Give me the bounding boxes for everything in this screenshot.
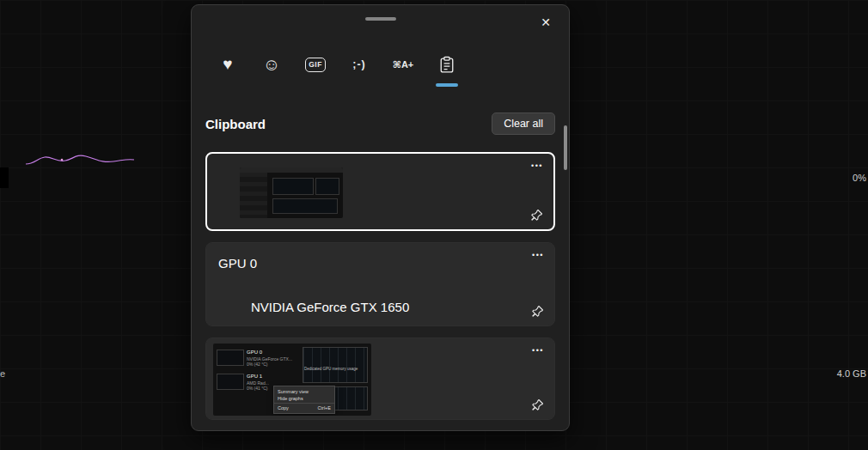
thumb-memory-graph xyxy=(303,347,368,383)
thumb-mini-chart xyxy=(217,350,244,366)
smiley-icon: ☺ xyxy=(263,55,280,75)
tab-symbols[interactable]: ⌘A+ xyxy=(386,47,420,82)
clipboard-items-list: ••• GPU 0 NVIDIA GeForce GTX 1650 ••• xyxy=(205,152,555,420)
tab-kaomoji[interactable]: ;-) xyxy=(342,47,376,82)
thumb-gpu1-text: GPU 1 AMD Rad... 0% (41 °C) xyxy=(247,374,269,392)
close-button[interactable]: ✕ xyxy=(533,10,559,34)
gpu-usage-sparkline xyxy=(24,151,136,167)
kaomoji-icon: ;-) xyxy=(352,58,366,70)
thumb-chart-box xyxy=(315,178,339,195)
thumb-sidebar xyxy=(240,173,267,218)
tab-favorites[interactable]: ♥ xyxy=(211,47,245,82)
clear-all-button[interactable]: Clear all xyxy=(492,112,555,135)
thumb-chart-box xyxy=(272,198,338,214)
item-text-line2: NVIDIA GeForce GTX 1650 xyxy=(251,300,409,314)
close-icon: ✕ xyxy=(541,15,551,29)
clipboard-flyout: ✕ ♥ ☺ GIF ;-) ⌘A+ xyxy=(191,4,570,431)
clipboard-item-screenshot[interactable]: ••• xyxy=(205,152,555,231)
panel-title: Clipboard xyxy=(205,117,266,131)
thumb-gpu0-row: GPU 0 NVIDIA GeForce GTX... 0% (42 °C) xyxy=(217,350,292,368)
thumb-gpu0-stat: 0% (42 °C) xyxy=(247,362,292,368)
thumb-menu-item-copy: Copy Ctrl+E xyxy=(274,403,334,411)
thumb-menu-item: Summary view xyxy=(274,388,334,395)
item-pin-button[interactable] xyxy=(530,208,544,222)
item-pin-button[interactable] xyxy=(531,304,545,318)
thumb-menu-item: Hide graphs xyxy=(274,395,334,402)
graph-edge xyxy=(0,167,9,188)
tab-gif[interactable]: GIF xyxy=(298,47,333,82)
screen: 0% 4.0 GB e ✕ ♥ ☺ GIF ;-) ⌘A+ xyxy=(0,0,868,450)
symbols-icon: ⌘A+ xyxy=(393,59,414,70)
more-icon: ••• xyxy=(531,161,543,170)
thumb-chart-box xyxy=(272,178,314,195)
screenshot-thumbnail xyxy=(240,167,343,218)
thumb-context-menu: Summary view Hide graphs Copy Ctrl+E xyxy=(273,386,335,414)
thumb-menu-copy-shortcut: Ctrl+E xyxy=(318,405,331,410)
thumb-gpu0-text: GPU 0 NVIDIA GeForce GTX... 0% (42 °C) xyxy=(247,350,292,368)
thumb-graph-label: Dedicated GPU memory usage xyxy=(304,367,358,371)
thumb-gpu1-stat: 0% (41 °C) xyxy=(247,386,269,392)
axis-label-left-cut: e xyxy=(0,368,5,379)
more-icon: ••• xyxy=(532,346,544,355)
thumb-gpu1-title: GPU 1 xyxy=(247,374,269,380)
item-text-line1: GPU 0 xyxy=(218,256,257,271)
axis-label-percent: 0% xyxy=(853,173,866,183)
thumb-mini-chart xyxy=(217,374,244,390)
pin-icon xyxy=(531,304,545,318)
active-tab-indicator xyxy=(436,83,458,87)
axis-label-memory: 4.0 GB xyxy=(837,368,866,379)
gif-icon: GIF xyxy=(305,58,327,72)
thumb-gpu0-title: GPU 0 xyxy=(247,350,292,356)
item-more-button[interactable]: ••• xyxy=(532,252,544,259)
item-pin-button[interactable] xyxy=(531,398,545,411)
item-more-button[interactable]: ••• xyxy=(531,162,543,170)
pin-icon xyxy=(530,208,544,222)
screenshot-thumbnail-gpu: GPU 0 NVIDIA GeForce GTX... 0% (42 °C) G… xyxy=(213,344,371,416)
tab-emoji[interactable]: ☺ xyxy=(254,47,289,82)
clipboard-item-screenshot-gpu[interactable]: GPU 0 NVIDIA GeForce GTX... 0% (42 °C) G… xyxy=(205,338,555,420)
clipboard-item-text[interactable]: GPU 0 NVIDIA GeForce GTX 1650 ••• xyxy=(205,242,555,326)
drag-handle[interactable] xyxy=(365,17,396,21)
category-tabs: ♥ ☺ GIF ;-) ⌘A+ xyxy=(211,47,464,82)
panel-header: Clipboard Clear all xyxy=(205,111,555,137)
thumb-menu-copy-label: Copy xyxy=(278,405,289,410)
thumb-gpu1-row: GPU 1 AMD Rad... 0% (41 °C) xyxy=(217,374,269,392)
heart-icon: ♥ xyxy=(223,55,232,74)
scrollbar-thumb[interactable] xyxy=(564,125,567,170)
clipboard-icon xyxy=(439,56,455,74)
more-icon: ••• xyxy=(532,251,544,259)
tab-clipboard[interactable] xyxy=(430,47,464,82)
item-more-button[interactable]: ••• xyxy=(532,347,544,355)
pin-icon xyxy=(531,398,545,411)
